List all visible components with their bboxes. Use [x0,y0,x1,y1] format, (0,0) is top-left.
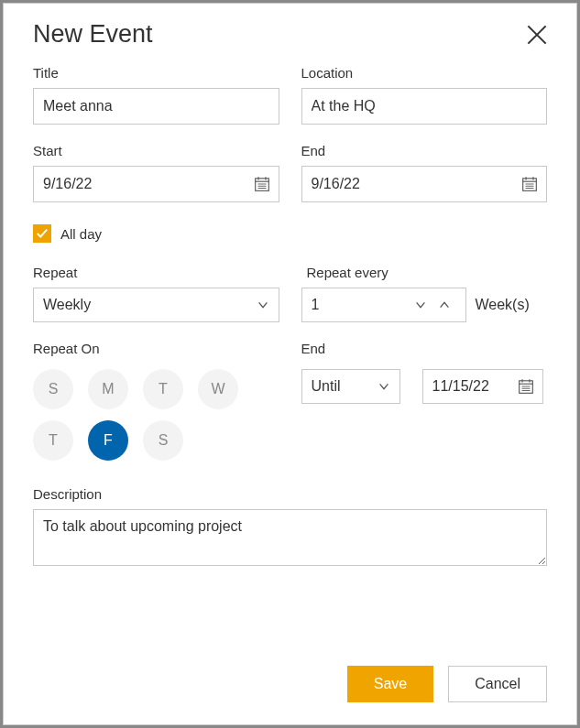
cancel-button[interactable]: Cancel [448,666,547,702]
repeat-end-date-input[interactable] [422,369,543,404]
chevron-down-icon [378,380,390,393]
day-toggle-2[interactable]: T [143,369,183,409]
repeat-every-value: 1 [312,297,409,313]
allday-label: All day [60,226,102,242]
repeat-end-mode-select[interactable]: Until [301,369,400,404]
chevron-down-icon [414,299,427,311]
repeat-every-unit: Week(s) [476,297,530,313]
repeat-value: Weekly [43,297,91,313]
day-toggle-4[interactable]: T [33,420,73,461]
start-date-input[interactable] [33,166,279,202]
dialog-footer: Save Cancel [33,647,547,702]
description-input[interactable] [33,509,547,566]
repeat-select[interactable]: Weekly [33,288,279,322]
chevron-up-icon [438,299,451,311]
title-label: Title [33,65,279,81]
day-toggle-1[interactable]: M [88,369,128,409]
end-date-input[interactable] [301,166,548,202]
location-label: Location [301,65,548,81]
stepper-down-button[interactable] [409,299,432,311]
close-button[interactable] [527,25,547,45]
dialog-title: New Event [33,20,153,49]
repeat-end-mode-value: Until [312,378,341,395]
dialog-header: New Event [33,20,547,49]
end-label: End [301,143,548,158]
allday-checkbox[interactable] [33,224,51,243]
title-input[interactable] [33,88,279,125]
repeat-end-label: End [301,341,548,356]
repeat-on-days: SMTWTFS [33,369,279,461]
close-icon [527,25,547,45]
repeat-every-label: Repeat every [301,265,548,280]
save-button[interactable]: Save [347,666,433,702]
new-event-dialog: New Event Title Location Start End [3,3,577,725]
repeat-every-stepper[interactable]: 1 [301,288,466,322]
day-toggle-5[interactable]: F [88,420,128,461]
start-label: Start [33,143,279,158]
day-toggle-0[interactable]: S [33,369,73,409]
description-label: Description [33,486,547,502]
day-toggle-3[interactable]: W [198,369,238,409]
stepper-up-button[interactable] [432,299,456,311]
check-icon [36,227,49,240]
repeat-label: Repeat [33,265,279,280]
chevron-down-icon [257,299,269,311]
day-toggle-6[interactable]: S [143,420,183,461]
repeat-on-label: Repeat On [33,341,279,356]
location-input[interactable] [301,88,548,125]
